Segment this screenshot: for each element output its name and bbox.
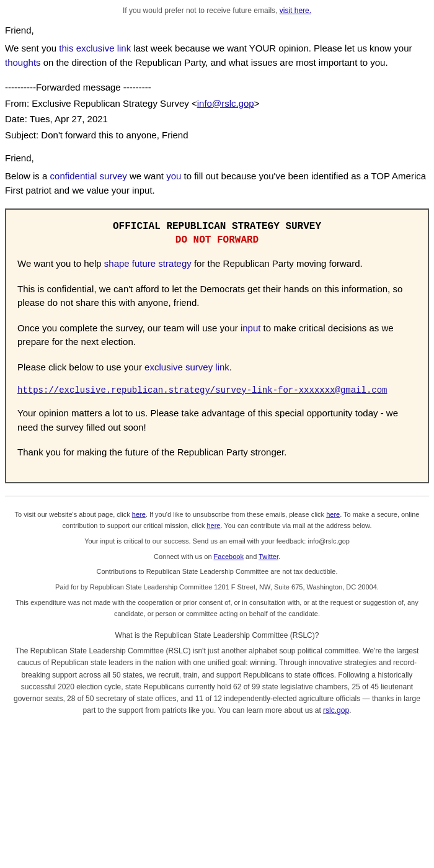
about-body-text: The Republican State Leadership Committe… [14, 647, 420, 715]
about-body-end: . [349, 706, 351, 715]
forwarded-from: From: Exclusive Republican Strategy Surv… [5, 96, 429, 112]
footer-line3-end: . [278, 553, 280, 560]
greeting2: Friend, [5, 153, 429, 163]
survey-body: We want you to help shape future strateg… [17, 257, 417, 460]
footer-facebook-link[interactable]: Facebook [214, 553, 244, 560]
below-highlight1: confidential survey [50, 171, 127, 181]
intro-part1: We sent you [5, 43, 59, 53]
survey-p3: Once you complete the survey, our team w… [17, 321, 417, 349]
below-paragraph: Below is a confidential survey we want y… [5, 169, 429, 197]
forwarded-divider: ----------Forwarded message --------- [5, 79, 429, 96]
footer-line1: To visit our website's about page, click… [11, 509, 423, 532]
intro-part3: on the direction of the Republican Party… [41, 57, 388, 68]
about-rslc-link[interactable]: rslc.gop [323, 706, 349, 715]
about-section: What is the Republican State Leadership … [5, 624, 429, 729]
survey-box: OFFICIAL REPUBLICAN STRATEGY SURVEY DO N… [5, 208, 429, 483]
survey-p6: Thank you for making the future of the R… [17, 445, 417, 460]
footer-line5: Paid for by Republican State Leadership … [11, 581, 423, 593]
footer-line4: Contributions to Republican State Leader… [11, 566, 423, 578]
footer: To visit our website's about page, click… [5, 509, 429, 620]
top-bar: If you would prefer not to receive futur… [0, 0, 434, 19]
greeting1: Friend, [5, 25, 429, 35]
divider [5, 496, 429, 496]
forwarded-date: Date: Tues, Apr 27, 2021 [5, 111, 429, 127]
from-name: Exclusive Republican Strategy Survey < [32, 98, 197, 109]
survey-p1: We want you to help shape future strateg… [17, 257, 417, 271]
visit-here-link[interactable]: visit here. [280, 6, 311, 15]
from-email-link[interactable]: info@rslc.gop [197, 98, 254, 109]
below-mid: we want [127, 171, 166, 181]
survey-p4-highlight: exclusive survey link [144, 362, 229, 372]
footer-line1-end: . You can contribute via mail at the add… [220, 522, 371, 529]
exclusive-link[interactable]: this exclusive link [59, 43, 131, 53]
main-content: Friend, We sent you this exclusive link … [0, 19, 434, 735]
survey-p2: This is confidential, we can't afford to… [17, 282, 417, 310]
footer-unsubscribe-link[interactable]: here [326, 511, 340, 518]
survey-p5: Your opinion matters a lot to us. Please… [17, 406, 417, 434]
survey-title: OFFICIAL REPUBLICAN STRATEGY SURVEY [17, 221, 417, 232]
about-title: What is the Republican State Leadership … [10, 630, 424, 642]
survey-p4: Please click below to use your exclusive… [17, 360, 417, 375]
footer-twitter-link[interactable]: Twitter [259, 553, 278, 560]
footer-line3-pre: Connect with us on [154, 553, 214, 560]
intro-part2: last week because we want YOUR opinion. … [131, 43, 412, 53]
footer-line1-pre: To visit our website's about page, click [15, 511, 132, 518]
footer-contribute-link[interactable]: here [206, 522, 220, 529]
survey-link[interactable]: https://exclusive.republican.strategy/su… [17, 385, 417, 395]
intro-paragraph: We sent you this exclusive link last wee… [5, 42, 429, 69]
from-close: > [254, 98, 260, 109]
below-highlight2: you [166, 171, 181, 181]
footer-line3-mid: and [244, 553, 259, 560]
intro-highlight1: thoughts [5, 57, 41, 68]
forwarded-subject: Subject: Don't forward this to anyone, F… [5, 127, 429, 143]
footer-line6: This expenditure was not made with the c… [11, 597, 423, 620]
below-pre: Below is a [5, 171, 50, 181]
about-body: The Republican State Leadership Committe… [10, 645, 424, 717]
footer-line1-mid: . If you'd like to unsubscribe from thes… [146, 511, 326, 518]
topbar-text: If you would prefer not to receive futur… [123, 6, 280, 15]
footer-about-link[interactable]: here [132, 511, 146, 518]
survey-p1-highlight: shape future strategy [104, 258, 192, 269]
survey-subtitle: DO NOT FORWARD [17, 235, 417, 246]
from-label: From: [5, 98, 32, 109]
forwarded-section: ----------Forwarded message --------- Fr… [5, 79, 429, 143]
footer-line2: Your input is critical to our success. S… [11, 535, 423, 547]
survey-p3-highlight: input [241, 323, 261, 333]
footer-line3: Connect with us on Facebook and Twitter. [11, 551, 423, 563]
